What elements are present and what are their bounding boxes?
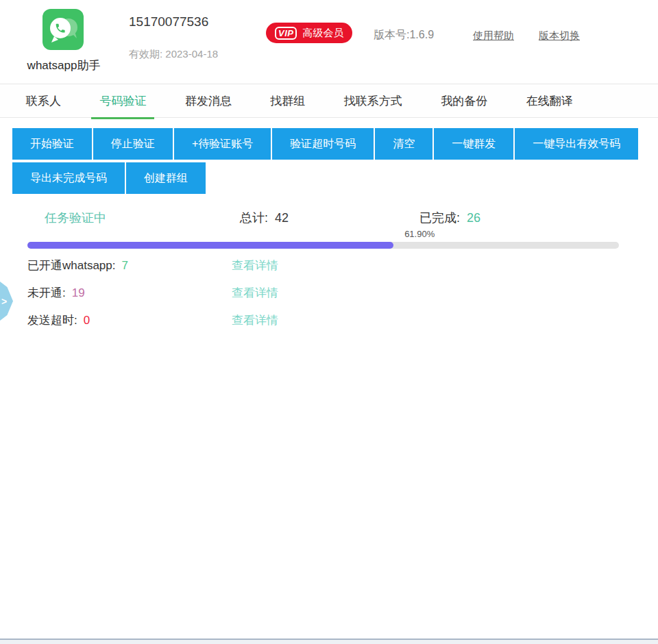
stat-opened-label: 已开通whatsapp:7 — [27, 252, 128, 280]
export-unfinished-button[interactable]: 导出未完成号码 — [12, 162, 126, 194]
progress-bar-fill — [27, 242, 393, 249]
verify-timeout-button[interactable]: 验证超时号码 — [272, 128, 375, 160]
main-tabbar: 联系人 号码验证 群发消息 找群组 找联系方式 我的备份 在线翻译 — [0, 84, 658, 118]
tab-find-groups[interactable]: 找群组 — [262, 84, 313, 117]
tab-bulk-message[interactable]: 群发消息 — [177, 84, 240, 117]
account-phone-number: 15170077536 — [129, 14, 208, 29]
progress-label-wrap: 61.90% — [27, 229, 435, 240]
add-pending-account-button[interactable]: +待验证账号 — [174, 128, 272, 160]
stat-row-timeout: 发送超时:0 查看详情 — [0, 307, 658, 334]
result-stats: 已开通whatsapp:7 查看详情 未开通:19 查看详情 发送超时:0 查看… — [0, 252, 658, 334]
view-details-link-not-opened[interactable]: 查看详情 — [232, 280, 278, 307]
total-value: 42 — [275, 211, 289, 225]
verify-toolbar: 开始验证 停止验证 +待验证账号 验证超时号码 清空 一键群发 一键导出有效号码… — [12, 128, 638, 194]
version-switch-link[interactable]: 版本切换 — [539, 29, 580, 42]
done-value: 26 — [467, 211, 480, 225]
view-details-link-opened[interactable]: 查看详情 — [232, 252, 278, 280]
progress-percent-label: 61.90% — [27, 229, 435, 239]
export-valid-numbers-button[interactable]: 一键导出有效号码 — [515, 128, 638, 160]
create-group-button[interactable]: 创建群组 — [126, 162, 206, 194]
stat-row-not-opened: 未开通:19 查看详情 — [0, 280, 658, 307]
app-window: whatsapp助手 15170077536 有效期: 2023-04-18 V… — [0, 0, 658, 644]
help-link[interactable]: 使用帮助 — [473, 29, 514, 42]
tab-number-verify[interactable]: 号码验证 — [91, 84, 154, 119]
one-key-bulk-send-button[interactable]: 一键群发 — [434, 128, 515, 160]
vip-badge: VIP 高级会员 — [266, 23, 352, 43]
tab-online-translate[interactable]: 在线翻译 — [518, 84, 581, 117]
task-status-label: 任务验证中 — [45, 210, 106, 226]
stat-timeout-value: 0 — [84, 314, 90, 327]
whatsapp-logo-icon — [42, 9, 84, 50]
view-details-link-timeout[interactable]: 查看详情 — [232, 307, 278, 334]
chevron-right-icon: > — [1, 296, 7, 307]
account-validity: 有效期: 2023-04-18 — [129, 48, 218, 61]
stat-not-opened-value: 19 — [72, 286, 85, 299]
stat-timeout-label: 发送超时:0 — [27, 307, 90, 334]
vip-level-label: 高级会员 — [302, 27, 343, 40]
clear-button[interactable]: 清空 — [375, 128, 434, 160]
stat-row-opened: 已开通whatsapp:7 查看详情 — [0, 252, 658, 280]
version-number: 版本号:1.6.9 — [374, 28, 434, 42]
app-title: whatsapp助手 — [21, 58, 107, 73]
window-bottom-strip — [0, 640, 658, 644]
total-count: 总计:42 — [240, 210, 289, 226]
tab-my-backup[interactable]: 我的备份 — [432, 84, 496, 117]
done-label: 已完成: — [419, 211, 460, 225]
start-verify-button[interactable]: 开始验证 — [12, 128, 93, 160]
tab-find-contacts[interactable]: 找联系方式 — [336, 84, 411, 117]
toolbar-row-2: 导出未完成号码 创建群组 — [12, 162, 638, 194]
done-count: 已完成:26 — [419, 210, 480, 226]
tab-contacts[interactable]: 联系人 — [18, 84, 69, 117]
vip-icon: VIP — [275, 27, 297, 40]
stat-not-opened-label: 未开通:19 — [27, 280, 85, 307]
app-header: whatsapp助手 15170077536 有效期: 2023-04-18 V… — [0, 0, 658, 84]
stat-opened-value: 7 — [122, 259, 128, 272]
stop-verify-button[interactable]: 停止验证 — [93, 128, 174, 160]
toolbar-row-1: 开始验证 停止验证 +待验证账号 验证超时号码 清空 一键群发 一键导出有效号码 — [12, 128, 638, 160]
total-label: 总计: — [240, 211, 268, 225]
progress-bar — [27, 242, 619, 249]
